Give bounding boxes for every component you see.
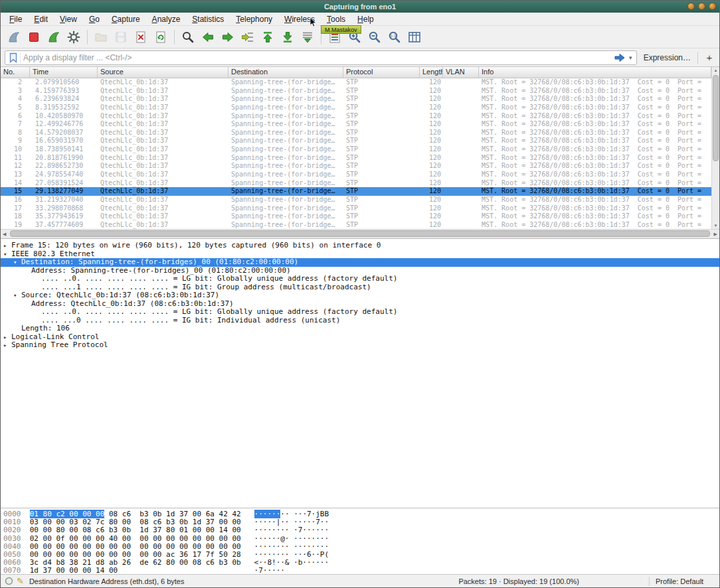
packet-row-8[interactable]: 814.579208037QtechLlc_0b:1d:37Spanning-t… xyxy=(1,129,711,137)
packet-row-2[interactable]: 22.079910560QtechLlc_0b:1d:37Spanning-tr… xyxy=(1,78,711,87)
column-header-source[interactable]: Source xyxy=(98,67,228,78)
title-bar[interactable]: Capturing from eno1 xyxy=(1,1,719,13)
packet-row-3[interactable]: 34.159776393QtechLlc_0b:1d:37Spanning-tr… xyxy=(1,87,711,96)
packet-row-17[interactable]: 1733.298070868QtechLlc_0b:1d:37Spanning-… xyxy=(1,204,711,213)
menu-wireless[interactable]: Wireless xyxy=(278,13,321,25)
packet-row-7[interactable]: 712.499246776QtechLlc_0b:1d:37Spanning-t… xyxy=(1,120,711,129)
apply-filter-icon[interactable] xyxy=(614,53,626,62)
hscroll-thumb[interactable] xyxy=(10,230,710,237)
detail-line-4[interactable]: .... ..0. .... .... .... .... = LG bit: … xyxy=(1,275,719,283)
packet-row-13[interactable]: 1324.978554740QtechLlc_0b:1d:37Spanning-… xyxy=(1,171,711,179)
packet-row-10[interactable]: 1018.738950141QtechLlc_0b:1d:37Spanning-… xyxy=(1,145,711,154)
packet-list-vscrollbar[interactable]: ▲ ▼ xyxy=(711,67,719,229)
close-file-button[interactable] xyxy=(132,28,150,46)
start-capture-button[interactable] xyxy=(5,28,23,46)
find-packet-button[interactable] xyxy=(179,28,197,46)
packet-row-19[interactable]: 1937.457774609QtechLlc_0b:1d:37Spanning-… xyxy=(1,221,711,230)
detail-line-10[interactable]: Length: 106 xyxy=(1,325,719,333)
scroll-down-icon[interactable]: ▼ xyxy=(712,224,719,228)
column-header-info[interactable]: Info xyxy=(479,67,711,78)
add-filter-button[interactable]: + xyxy=(703,52,715,63)
packet-row-9[interactable]: 916.659031970QtechLlc_0b:1d:37Spanning-t… xyxy=(1,137,711,145)
stop-capture-button[interactable] xyxy=(25,28,43,46)
status-profile[interactable]: Profile: Default xyxy=(656,577,715,585)
go-first-button[interactable] xyxy=(258,28,277,46)
packet-row-14[interactable]: 1427.058391524QtechLlc_0b:1d:37Spanning-… xyxy=(1,179,711,188)
go-forward-button[interactable] xyxy=(219,28,237,46)
save-file-button[interactable] xyxy=(112,28,130,46)
tree-expanded-icon[interactable]: ▾ xyxy=(3,250,11,259)
packet-row-18[interactable]: 1835.377943619QtechLlc_0b:1d:37Spanning-… xyxy=(1,212,711,221)
maximize-icon[interactable] xyxy=(698,3,705,10)
packet-row-11[interactable]: 1120.818761990QtechLlc_0b:1d:37Spanning-… xyxy=(1,154,711,163)
display-filter-field[interactable]: ▾ xyxy=(5,50,637,65)
display-filter-input[interactable] xyxy=(23,53,611,62)
colorize-button[interactable] xyxy=(325,28,344,46)
detail-line-0[interactable]: ▸Frame 15: 120 bytes on wire (960 bits),… xyxy=(1,242,719,250)
detail-line-11[interactable]: ▸Logical-Link Control xyxy=(1,333,719,342)
zoom-original-button[interactable]: 1:1 xyxy=(385,28,404,46)
cell-no: 12 xyxy=(1,162,30,171)
column-header-destination[interactable]: Destination xyxy=(228,67,343,78)
packet-row-15[interactable]: 1529.138277049QtechLlc_0b:1d:37Spanning-… xyxy=(1,187,711,196)
column-header-no[interactable]: No. xyxy=(1,67,30,78)
scroll-right-icon[interactable]: ▶ xyxy=(714,230,717,238)
go-to-packet-button[interactable] xyxy=(238,28,257,46)
menu-statistics[interactable]: Statistics xyxy=(186,13,230,25)
expression-button[interactable]: Expression… xyxy=(644,53,691,62)
expert-info-icon[interactable] xyxy=(5,577,13,585)
tree-collapsed-icon[interactable]: ▸ xyxy=(3,341,11,350)
filter-history-dropdown-icon[interactable]: ▾ xyxy=(628,54,633,61)
capture-options-button[interactable] xyxy=(64,28,83,46)
column-header-protocol[interactable]: Protocol xyxy=(343,67,420,78)
tree-collapsed-icon[interactable]: ▸ xyxy=(3,242,11,250)
tree-expanded-icon[interactable]: ▾ xyxy=(13,258,21,267)
column-header-vlan[interactable]: VLAN xyxy=(443,67,479,78)
reload-file-button[interactable] xyxy=(151,28,170,46)
hex-row-0070[interactable]: 0070 1d 37 00 00 00 14 00 ·7····· xyxy=(3,567,719,574)
restart-capture-button[interactable] xyxy=(45,28,63,46)
packet-list-hscrollbar[interactable]: ◀ ▶ xyxy=(1,229,719,238)
zoom-in-button[interactable] xyxy=(345,28,364,46)
packet-row-16[interactable]: 1631.219327040QtechLlc_0b:1d:37Spanning-… xyxy=(1,196,711,204)
menu-help[interactable]: Help xyxy=(351,13,380,25)
scroll-up-icon[interactable]: ▲ xyxy=(712,68,719,72)
minimize-icon[interactable] xyxy=(687,3,695,10)
detail-line-8[interactable]: .... ..0. .... .... .... .... = LG bit: … xyxy=(1,308,719,317)
detail-line-12[interactable]: ▸Spanning Tree Protocol xyxy=(1,341,719,350)
resize-columns-button[interactable] xyxy=(405,28,424,46)
tree-collapsed-icon[interactable]: ▸ xyxy=(3,333,11,342)
vscroll-thumb[interactable] xyxy=(713,75,719,161)
menu-file[interactable]: File xyxy=(3,13,28,25)
menu-edit[interactable]: Edit xyxy=(28,13,54,25)
menu-capture[interactable]: Capture xyxy=(106,13,146,25)
packet-row-5[interactable]: 58.319532592QtechLlc_0b:1d:37Spanning-tr… xyxy=(1,104,711,112)
detail-line-6[interactable]: ▾Source: QtechLlc_0b:1d:37 (08:c6:b3:0b:… xyxy=(1,291,719,300)
detail-line-2[interactable]: ▾Destination: Spanning-tree-(for-bridges… xyxy=(1,258,719,267)
cell-source: QtechLlc_0b:1d:37 xyxy=(98,212,228,221)
cell-destination: Spanning-tree-(for-bridge… xyxy=(228,204,343,213)
scroll-left-icon[interactable]: ◀ xyxy=(3,230,6,238)
packet-row-12[interactable]: 1222.898652730QtechLlc_0b:1d:37Spanning-… xyxy=(1,162,711,171)
close-icon[interactable] xyxy=(709,3,716,10)
column-header-length[interactable]: Length xyxy=(420,67,443,78)
menu-analyze[interactable]: Analyze xyxy=(146,13,187,25)
detail-line-9[interactable]: .... ...0 .... .... .... .... = IG bit: … xyxy=(1,317,719,325)
filter-bookmark-icon[interactable] xyxy=(9,52,21,63)
menu-view[interactable]: View xyxy=(54,13,83,25)
open-file-button[interactable] xyxy=(92,28,110,46)
menu-telephony[interactable]: Telephony xyxy=(230,13,278,25)
menu-go[interactable]: Go xyxy=(83,13,106,25)
go-back-button[interactable] xyxy=(199,28,217,46)
auto-scroll-button[interactable] xyxy=(298,28,317,46)
zoom-out-button[interactable] xyxy=(365,28,384,46)
packet-row-6[interactable]: 610.420580970QtechLlc_0b:1d:37Spanning-t… xyxy=(1,112,711,121)
capture-comment-icon[interactable]: ✎ xyxy=(17,577,24,585)
cell-destination: Spanning-tree-(for-bridge… xyxy=(228,145,343,154)
go-last-button[interactable] xyxy=(278,28,297,46)
packet-row-4[interactable]: 46.239693824QtechLlc_0b:1d:37Spanning-tr… xyxy=(1,95,711,104)
menu-tools[interactable]: Tools xyxy=(321,13,351,25)
column-header-time[interactable]: Time xyxy=(30,67,98,78)
tree-expanded-icon[interactable]: ▾ xyxy=(13,291,21,300)
cell-vlan xyxy=(443,78,479,87)
